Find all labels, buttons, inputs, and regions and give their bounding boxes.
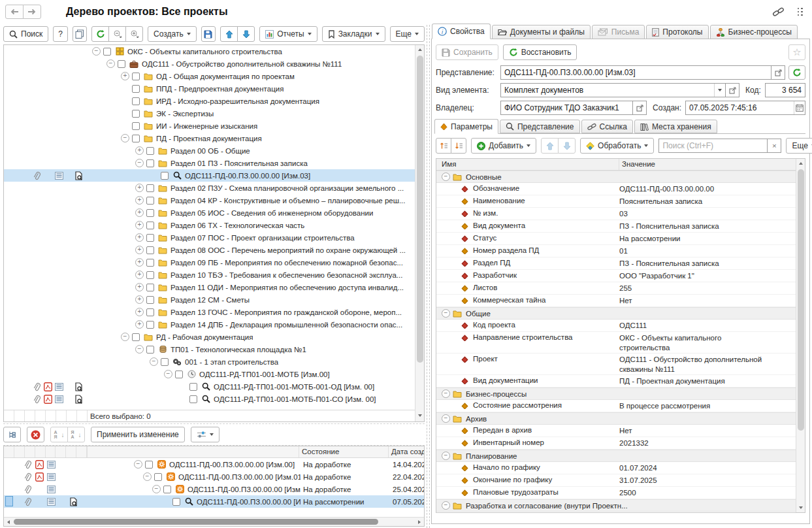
row-checkbox[interactable] xyxy=(146,147,154,155)
row-checkbox[interactable] xyxy=(146,259,154,267)
tree-row[interactable]: −ОКС - Объекты капитального строительств… xyxy=(4,45,415,58)
param-row[interactable]: Коммерческая тайнаНет xyxy=(436,295,796,307)
param-search-field[interactable] xyxy=(658,139,768,153)
tree-row[interactable]: −ОДС111-РД-ТП01-001-МОТБ-001-ОД [Изм. 00… xyxy=(4,380,415,393)
search-button[interactable]: Поиск xyxy=(3,26,48,42)
description-icon[interactable] xyxy=(47,498,56,506)
preview-icon[interactable] xyxy=(74,382,82,391)
tree-expander-icon[interactable]: + xyxy=(135,196,144,205)
tree-expander-icon[interactable]: + xyxy=(135,320,144,329)
row-checkbox[interactable] xyxy=(132,110,140,118)
tree-row[interactable]: +Раздел 07 ПОС - Проект организации стро… xyxy=(4,231,415,244)
param-row[interactable]: НаименованиеПояснительная записка xyxy=(436,195,796,208)
help-button[interactable]: ? xyxy=(53,26,67,42)
collapse-all-button[interactable] xyxy=(108,26,126,42)
param-row[interactable]: РазработчикООО "Разработчик 1" xyxy=(436,270,796,282)
element-kind-field[interactable] xyxy=(500,83,726,97)
create-button[interactable]: Создать xyxy=(148,26,197,42)
row-checkbox[interactable] xyxy=(163,486,171,493)
collapse-rows-button[interactable] xyxy=(436,138,451,154)
preview-icon[interactable] xyxy=(74,171,82,180)
row-checkbox[interactable] xyxy=(146,184,154,192)
param-up-button[interactable] xyxy=(541,138,559,154)
version-row[interactable]: −ОДС111-ПД-00.ПЗ.00.00.00 [Изм.01]На дор… xyxy=(4,470,424,483)
tree-expander-icon[interactable]: − xyxy=(143,472,152,481)
row-checkbox[interactable] xyxy=(146,346,154,354)
save-button[interactable]: Сохранить xyxy=(436,44,498,60)
sort-desc-button[interactable]: ЯА↓ xyxy=(67,427,85,442)
row-checkbox[interactable] xyxy=(146,209,154,217)
row-checkbox[interactable] xyxy=(146,321,154,329)
description-icon[interactable] xyxy=(55,383,63,391)
pdf-icon[interactable] xyxy=(44,382,52,391)
tree-row[interactable]: +Раздел 12 СМ - Сметы xyxy=(4,293,415,306)
restore-button[interactable]: Восстановить xyxy=(503,44,577,60)
param-row[interactable]: Код проектаОДС111 xyxy=(436,320,796,332)
tab-business-processes[interactable]: Бизнес-процессы xyxy=(710,25,798,39)
tree-expander-icon[interactable]: − xyxy=(121,333,129,341)
subtab-storage-places[interactable]: Места хранения xyxy=(634,120,717,133)
tab-letters[interactable]: Письма xyxy=(592,25,645,39)
tree-row[interactable]: +Раздел 00 ОБ - Общие xyxy=(4,144,415,157)
refresh-button[interactable] xyxy=(91,26,109,42)
param-group-row[interactable]: −Разработка и согласование (внутри Проек… xyxy=(436,499,796,512)
param-row[interactable]: Начало по графику01.07.2024 xyxy=(436,462,796,474)
tree-expander-icon[interactable]: − xyxy=(164,370,172,378)
element-kind-input[interactable] xyxy=(501,84,714,97)
created-input[interactable] xyxy=(686,101,794,114)
tab-protocols[interactable]: Протоколы xyxy=(646,25,708,39)
row-checkbox[interactable] xyxy=(118,60,125,68)
column-state[interactable]: Состояние xyxy=(299,446,389,457)
param-row[interactable]: Состояние рассмотренияВ процессе рассмот… xyxy=(436,400,796,412)
tree-row[interactable]: +Раздел 05 ИОС - Сведения об инженерном … xyxy=(4,206,415,219)
tree-expander-icon[interactable]: + xyxy=(135,208,144,217)
param-row[interactable]: СтатусНа рассмотрении xyxy=(436,233,796,245)
row-checkbox[interactable] xyxy=(132,333,140,341)
open-owner-button[interactable] xyxy=(632,101,647,115)
param-search-input[interactable] xyxy=(659,139,767,152)
representation-field[interactable] xyxy=(500,65,771,80)
description-icon[interactable] xyxy=(47,473,56,481)
versions-hscrollbar[interactable] xyxy=(4,517,424,526)
pdf-icon[interactable] xyxy=(35,460,44,469)
param-row[interactable]: Номер раздела ПД01 xyxy=(436,245,796,257)
move-down-button[interactable] xyxy=(237,26,255,42)
subtab-representation[interactable]: Представление xyxy=(500,120,580,133)
row-checkbox[interactable] xyxy=(103,48,111,56)
expand-rows-button[interactable] xyxy=(451,138,466,154)
calendar-button[interactable] xyxy=(794,101,805,114)
tree-view-toggle-button[interactable] xyxy=(3,427,21,442)
description-icon[interactable] xyxy=(47,461,56,469)
tab-documents-files[interactable]: Документы и файлы xyxy=(492,25,591,39)
tree-expander-icon[interactable]: + xyxy=(135,258,144,267)
param-group-row[interactable]: −Планирование xyxy=(436,450,796,462)
reports-button[interactable]: Отчеты xyxy=(259,26,317,42)
process-button[interactable]: Обработать xyxy=(580,138,654,154)
tree-expander-icon[interactable]: − xyxy=(135,345,144,354)
tree-expander-icon[interactable]: + xyxy=(135,233,144,242)
param-group-row[interactable]: −Бизнес-процессы xyxy=(436,388,796,400)
param-row[interactable]: Инвентарный номер2021332 xyxy=(436,437,796,450)
column-name[interactable]: Имя xyxy=(436,159,619,170)
attachment-icon[interactable] xyxy=(24,472,31,482)
row-checkbox[interactable] xyxy=(146,197,154,205)
param-row[interactable]: Вид документаПЗ - Пояснительная записка xyxy=(436,220,796,233)
param-row[interactable]: Плановые трудозатраты2500 xyxy=(436,487,796,499)
tree-expander-icon[interactable]: + xyxy=(135,308,144,316)
param-row[interactable]: Листов255 xyxy=(436,282,796,295)
group-expander-icon[interactable]: − xyxy=(442,389,450,398)
param-down-button[interactable] xyxy=(558,138,576,154)
owner-input[interactable] xyxy=(501,101,632,114)
pdf-icon[interactable] xyxy=(44,395,52,404)
row-checkbox[interactable] xyxy=(132,73,140,80)
copy-window-button[interactable] xyxy=(73,26,87,42)
bookmarks-button[interactable]: Закладки xyxy=(322,26,385,42)
tree-row[interactable]: −ЭК - Экспертизы xyxy=(4,107,415,120)
attachment-icon[interactable] xyxy=(24,497,31,506)
tree-row[interactable]: −ППД - Предпроектная документация xyxy=(4,82,415,95)
tree-expander-icon[interactable]: − xyxy=(121,134,129,142)
more-menu-icon[interactable] xyxy=(798,8,804,16)
tree-expander-icon[interactable]: + xyxy=(135,271,144,279)
apply-change-button[interactable]: Применить изменение xyxy=(91,427,185,442)
attachment-icon[interactable] xyxy=(33,395,41,404)
